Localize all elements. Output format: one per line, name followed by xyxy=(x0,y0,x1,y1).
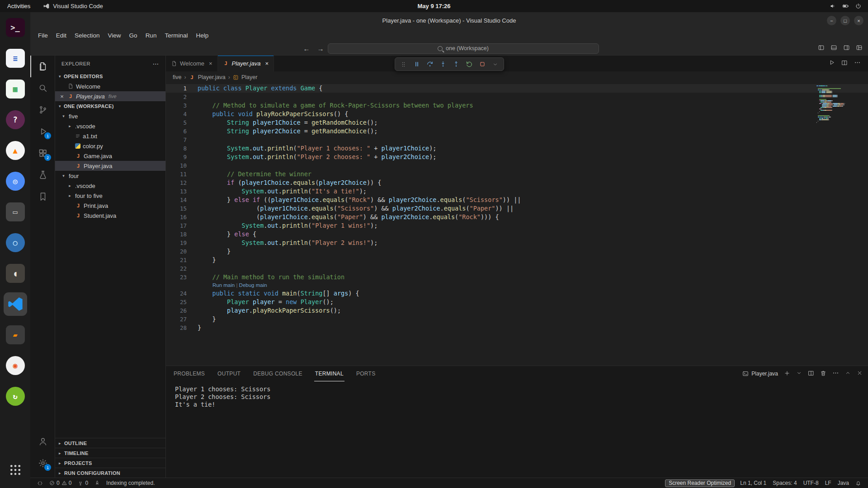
debug-pause-button[interactable] xyxy=(410,59,423,70)
close-icon[interactable]: × xyxy=(265,60,269,67)
toggle-secondary-sidebar-button[interactable] xyxy=(843,44,850,53)
panel-tab-debug-console[interactable]: DEBUG CONSOLE xyxy=(252,366,303,381)
dock-item-browser[interactable]: ○ xyxy=(4,231,27,254)
codelens-run-main[interactable]: Run main xyxy=(212,282,235,288)
dock-item-chromium[interactable]: ◎ xyxy=(4,169,27,193)
code-line-15[interactable]: 15 (player1Choice.equals("Scissors") && … xyxy=(166,204,868,213)
activity-extensions[interactable]: 2 xyxy=(30,142,55,164)
dock-item-libreoffice-impress[interactable]: ▰ xyxy=(4,323,27,347)
code-line-13[interactable]: 13 System.out.println("It's a tie!"); xyxy=(166,187,868,196)
tree-item-player-java[interactable]: JPlayer.java xyxy=(55,161,165,171)
status-screen-reader[interactable]: Screen Reader Optimized xyxy=(665,479,735,487)
code-line-12[interactable]: 12 if (player1Choice.equals(player2Choic… xyxy=(166,178,868,187)
minimize-button[interactable]: − xyxy=(827,16,836,25)
split-editor-button[interactable] xyxy=(841,60,848,68)
dock-item-gimp[interactable]: ◖ xyxy=(4,262,27,285)
code-line-24[interactable]: 24 public static void main(String[] args… xyxy=(166,289,868,298)
code-line-21[interactable]: 21 } xyxy=(166,256,868,264)
split-terminal-button[interactable] xyxy=(808,370,814,378)
maximize-button[interactable]: □ xyxy=(840,16,850,25)
code-line-25[interactable]: 25 Player player = new Player(); xyxy=(166,298,868,306)
status-indexing[interactable]: Indexing completed. xyxy=(103,478,158,488)
dock-item-help[interactable]: ? xyxy=(4,108,27,131)
tree-item-a1-txt[interactable]: a1.txt xyxy=(55,131,165,141)
section-timeline[interactable]: ▸TIMELINE xyxy=(55,448,165,458)
tree-item-print-java[interactable]: JPrint.java xyxy=(55,201,165,211)
section-run-configuration[interactable]: ▸RUN CONFIGURATION xyxy=(55,468,165,478)
dock-item-terminal[interactable]: >_ xyxy=(4,16,27,39)
status-problems[interactable]: 00 xyxy=(46,478,75,488)
close-icon[interactable]: × xyxy=(209,60,212,67)
status-indentation[interactable]: Spaces: 4 xyxy=(769,478,800,488)
dock-item-software-updater[interactable]: ↻ xyxy=(4,385,27,408)
tree-item-four[interactable]: ▾four xyxy=(55,171,165,181)
activity-run-debug[interactable]: 1 xyxy=(30,121,55,142)
open-editor-welcome[interactable]: Welcome xyxy=(55,81,165,91)
customize-layout-button[interactable] xyxy=(856,44,863,53)
nav-forward-button[interactable]: → xyxy=(314,45,328,52)
tree-item-vscode[interactable]: ▸.vscode xyxy=(55,121,165,131)
open-editor-player-java[interactable]: ×JPlayer.javafive xyxy=(55,91,165,101)
clock[interactable]: May 9 17:26 xyxy=(418,3,451,9)
panel-tab-ports[interactable]: PORTS xyxy=(355,366,377,381)
activity-search[interactable] xyxy=(30,77,55,99)
activity-settings[interactable]: 1 xyxy=(30,452,55,474)
codelens-debug-main[interactable]: Debug main xyxy=(239,282,267,288)
dock-item-libreoffice-writer[interactable]: ≡ xyxy=(4,47,27,70)
tree-item-five[interactable]: ▾five xyxy=(55,111,165,121)
tab-player-java[interactable]: JPlayer.java× xyxy=(218,56,274,71)
code-line-1[interactable]: 1public class Player extends Game { xyxy=(166,84,868,93)
breadcrumb-five[interactable]: five xyxy=(173,74,181,80)
code-line-26[interactable]: 26 player.playRockPaperScissors(); xyxy=(166,306,868,315)
code-line-27[interactable]: 27 } xyxy=(166,315,868,324)
menu-file[interactable]: File xyxy=(34,31,52,40)
code-line-14[interactable]: 14 } else if ((player1Choice.equals("Roc… xyxy=(166,196,868,204)
tab-welcome[interactable]: Welcome× xyxy=(166,56,218,71)
workspace-header[interactable]: ▾ ONE (WORKSPACE) xyxy=(55,101,165,111)
activities-button[interactable]: Activities xyxy=(7,3,30,9)
terminal-instance[interactable]: Player.java xyxy=(742,371,778,377)
breadcrumb-player-java[interactable]: Player.java xyxy=(198,74,226,80)
toggle-primary-sidebar-button[interactable] xyxy=(818,44,825,53)
debug-step-out-button[interactable] xyxy=(450,59,462,70)
kill-terminal-button[interactable] xyxy=(820,370,826,378)
dock-item-app-grid[interactable] xyxy=(4,458,27,482)
menu-go[interactable]: Go xyxy=(125,31,142,40)
menu-selection[interactable]: Selection xyxy=(71,31,104,40)
tree-item-color-py[interactable]: color.py xyxy=(55,141,165,151)
close-panel-button[interactable] xyxy=(857,370,863,377)
activity-testing[interactable] xyxy=(30,164,55,186)
status-ports[interactable]: 0 xyxy=(75,478,91,488)
more-actions-button[interactable] xyxy=(832,370,839,378)
maximize-panel-button[interactable] xyxy=(845,370,851,377)
code-line-5[interactable]: 5 String player1Choice = getRandomChoice… xyxy=(166,118,868,127)
activity-bookmarks[interactable] xyxy=(30,186,55,207)
status-cursor-position[interactable]: Ln 1, Col 1 xyxy=(737,478,769,488)
close-icon[interactable]: × xyxy=(59,93,65,100)
terminal-profile-dropdown[interactable] xyxy=(796,370,802,377)
status-eol[interactable]: LF xyxy=(822,478,835,488)
dock-item-vlc[interactable]: ▲ xyxy=(4,139,27,162)
panel-tab-terminal[interactable]: TERMINAL xyxy=(314,366,344,381)
status-remote[interactable] xyxy=(34,478,46,488)
breadcrumb-player[interactable]: Player xyxy=(241,74,257,80)
focused-app-indicator[interactable]: Visual Studio Code xyxy=(43,3,103,9)
tree-item-game-java[interactable]: JGame.java xyxy=(55,151,165,161)
tree-item-four-to-five[interactable]: ▸four to five xyxy=(55,191,165,201)
menu-edit[interactable]: Edit xyxy=(52,31,71,40)
dock-item-software-center[interactable]: ◉ xyxy=(4,354,27,377)
panel-tab-output[interactable]: OUTPUT xyxy=(217,366,241,381)
code-line-20[interactable]: 20 } xyxy=(166,247,868,256)
code-line-8[interactable]: 8 System.out.println("Player 1 chooses: … xyxy=(166,144,868,153)
close-button[interactable]: × xyxy=(854,16,863,25)
code-line-23[interactable]: 23 // Main method to run the simulation xyxy=(166,273,868,282)
code-line-2[interactable]: 2 xyxy=(166,93,868,101)
debug-stop-button[interactable] xyxy=(476,59,488,70)
code-line-19[interactable]: 19 System.out.println("Player 2 wins!"); xyxy=(166,239,868,247)
code-line-11[interactable]: 11 // Determine the winner xyxy=(166,170,868,178)
system-tray[interactable] xyxy=(830,3,868,9)
menu-run[interactable]: Run xyxy=(142,31,161,40)
sidebar-more-actions[interactable]: ⋯ xyxy=(153,60,160,67)
status-encoding[interactable]: UTF-8 xyxy=(800,478,822,488)
tree-item-vscode[interactable]: ▸.vscode xyxy=(55,181,165,191)
